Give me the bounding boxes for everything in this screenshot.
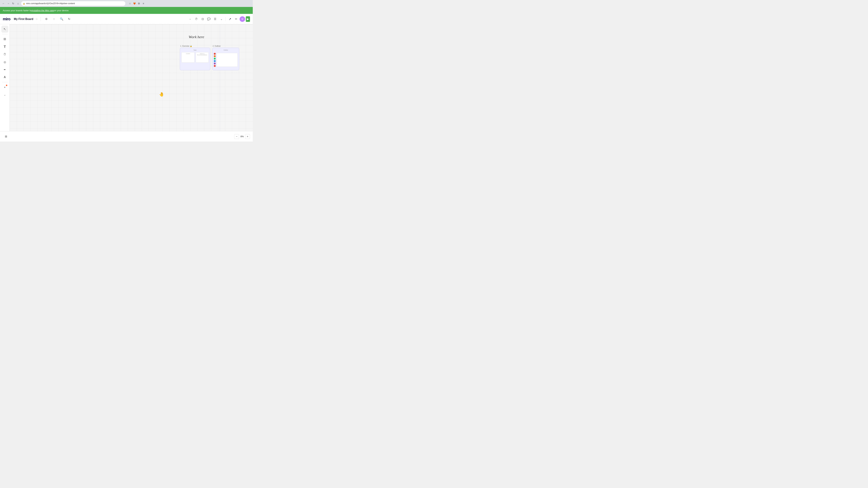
settings-button[interactable]: ⚙	[137, 2, 141, 5]
browser-actions: ☆ 🦊 ⚙ ≡	[128, 2, 145, 5]
color-dot-2	[214, 55, 216, 57]
more-options-button[interactable]: ⌄	[219, 16, 224, 22]
zoom-level-display: 8%	[241, 135, 244, 138]
frame-2-card[interactable]: Outline	[212, 48, 239, 70]
share-button[interactable]: ↑	[51, 16, 57, 22]
color-dot-1	[214, 53, 216, 55]
shapes-tool-button[interactable]: ◎	[1, 59, 8, 65]
frames-toggle-button[interactable]: ⊞	[3, 133, 9, 140]
zoom-in-button[interactable]: +	[245, 134, 250, 139]
work-here-text: Work here	[189, 35, 204, 39]
frame-2-inner	[214, 52, 238, 67]
marker-tool-button[interactable]: A	[1, 74, 8, 81]
refresh-button[interactable]: ↻	[11, 2, 15, 5]
browser-chrome: ← → ↻ ⌂ 🔒 miro.com/app/board/uXjVOsvZ0Y8…	[0, 0, 253, 7]
collaborate-arrow-button[interactable]: ↗	[227, 16, 232, 22]
text-tool-button[interactable]: T	[1, 43, 8, 50]
bookmark-button[interactable]: ☆	[128, 2, 132, 5]
star-icon[interactable]: ☆	[35, 18, 38, 21]
frames-tool-button[interactable]: ⊞	[1, 36, 8, 42]
pen-tool-button[interactable]: ✒	[1, 66, 8, 73]
canvas-cursor: 🤚	[159, 92, 164, 97]
home-button[interactable]: ⌂	[16, 2, 20, 5]
url-text: miro.com/app/board/uXjVOsvZ0Y8=/#tpicker…	[26, 2, 75, 5]
bottom-bar: ⊞ − 8% +	[0, 131, 253, 141]
search-button[interactable]: 🔍	[59, 16, 64, 22]
color-dot-4	[214, 60, 216, 62]
frame-1-card[interactable]: Topic Content Action & Recommendations	[180, 48, 210, 70]
frame-1-box-2: Action & Recommendations	[196, 52, 209, 63]
user-avatar[interactable]: U	[240, 16, 245, 22]
miro-logo[interactable]: miro	[3, 17, 10, 21]
frame-picker-button[interactable]: ⊡	[200, 16, 205, 22]
frame-2-content	[217, 53, 238, 67]
expand-right-button[interactable]: ▶	[246, 16, 250, 22]
frame-2-color-dots	[214, 52, 216, 67]
zoom-out-button[interactable]: −	[234, 134, 239, 139]
frames-row: 1. Overview 🔒 Topic Content Action & Rec…	[180, 45, 246, 70]
frames-panel: 1. Overview 🔒 Topic Content Action & Rec…	[180, 45, 246, 70]
frame-2-inner-title: Outline	[214, 49, 238, 51]
toolbar-separator-2	[225, 17, 226, 21]
sticky-tool-button[interactable]: 🗒	[1, 51, 8, 58]
color-dot-5	[214, 63, 216, 64]
list-button[interactable]: ☰	[212, 16, 218, 22]
extension-button[interactable]: 🦊	[133, 2, 136, 5]
color-dot-6	[214, 65, 216, 67]
menu-button[interactable]: ≡	[142, 2, 145, 5]
sync-button[interactable]: ↻	[66, 16, 72, 22]
address-bar[interactable]: 🔒 miro.com/app/board/uXjVOsvZ0Y8=/#tpick…	[21, 1, 125, 6]
app-banner: Access your boards faster by installing …	[0, 7, 253, 14]
expand-tools-button[interactable]: ⌄	[1, 91, 8, 98]
canvas-area[interactable]: Work here 1. Overview 🔒 Topic Content Ac…	[10, 24, 253, 131]
frame-2[interactable]: 2. Outliner Outline	[212, 45, 239, 70]
frame-1[interactable]: 1. Overview 🔒 Topic Content Action & Rec…	[180, 45, 210, 70]
comment-button[interactable]: 💬	[206, 16, 212, 22]
pen-tool-button[interactable]: ✏	[233, 16, 239, 22]
bottom-right-controls: − 8% +	[234, 134, 250, 139]
frame-1-label: 1. Overview 🔒	[180, 45, 210, 47]
frame-1-box-1: Content	[181, 52, 195, 63]
notification-dot	[6, 85, 7, 86]
banner-text-before: Access your boards faster by	[3, 9, 32, 12]
timer-button[interactable]: ⏱	[193, 16, 199, 22]
board-title[interactable]: My First Board	[14, 18, 33, 21]
banner-text-after: on your device.	[54, 9, 69, 12]
back-button[interactable]: ←	[2, 2, 5, 5]
arrow-nav-button[interactable]: ›	[187, 16, 193, 22]
forward-button[interactable]: →	[7, 2, 10, 5]
bottom-left-controls: ⊞	[3, 133, 9, 140]
more-tools-button[interactable]: »	[1, 84, 8, 91]
frame-1-inner-title: Topic	[181, 49, 209, 51]
frame-1-boxes: Content Action & Recommendations	[181, 52, 209, 63]
frame-2-label: 2. Outliner	[212, 45, 239, 47]
left-sidebar: ↖ ⊞ T 🗒 ◎ ✒ A » ⌄	[0, 24, 10, 131]
settings-button[interactable]: ⚙	[43, 16, 49, 22]
color-dot-3	[214, 58, 216, 60]
canvas-divider	[220, 24, 220, 131]
select-tool-button[interactable]: ↖	[1, 26, 8, 33]
banner-link[interactable]: installing the Miro app	[32, 9, 54, 12]
lock-icon: 🔒	[23, 3, 25, 4]
top-toolbar: miro My First Board ☆ ⚙ ↑ 🔍 ↻ › ⏱ ⊡ 💬 ☰ …	[0, 14, 253, 24]
